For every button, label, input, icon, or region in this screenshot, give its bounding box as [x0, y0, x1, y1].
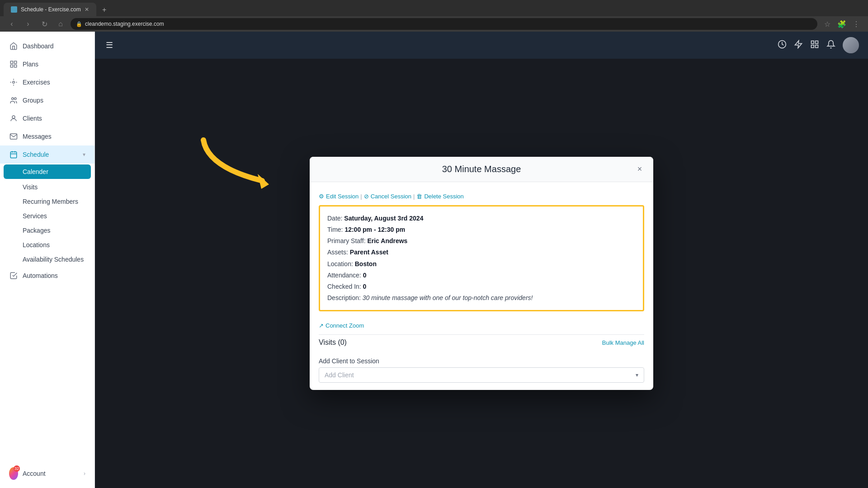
staff-value: Eric Andrews	[367, 237, 407, 244]
session-staff-line: Primary Staff: Eric Andrews	[327, 235, 636, 247]
schedule-chevron-icon: ▾	[83, 151, 85, 158]
time-label: Time:	[327, 226, 343, 233]
delete-icon: 🗑	[416, 193, 422, 200]
session-assets-line: Assets: Parent Asset	[327, 247, 636, 258]
sidebar-item-automations[interactable]: Automations	[0, 267, 94, 285]
main-content: 30 Minute Massage × ⚙ Edit Session | ⊘ C…	[95, 59, 868, 488]
attendance-label: Attendance:	[327, 272, 361, 279]
svg-rect-15	[816, 41, 818, 43]
sidebar-subnav-recurring-members[interactable]: Recurring Members	[0, 194, 94, 209]
sidebar-item-dashboard[interactable]: Dashboard	[0, 37, 94, 55]
session-description-line: Description: 30 minute massage with one …	[327, 292, 636, 304]
separator-2: |	[413, 193, 415, 200]
sidebar-subnav-services[interactable]: Services	[0, 209, 94, 223]
add-client-section: Add Client to Session Add Client ▾	[319, 357, 644, 383]
cancel-session-link[interactable]: Cancel Session	[371, 193, 411, 200]
delete-session-link[interactable]: Delete Session	[424, 193, 463, 200]
top-bar: ☰	[95, 32, 868, 59]
sidebar-item-messages[interactable]: Messages	[0, 127, 94, 145]
sidebar-item-plans[interactable]: Plans	[0, 55, 94, 73]
sidebar-automations-label: Automations	[23, 272, 85, 279]
forward-button[interactable]: ›	[22, 18, 34, 30]
description-label: Description:	[327, 294, 361, 301]
session-checkedin-line: Checked In: 0	[327, 281, 636, 292]
svg-point-6	[14, 98, 17, 100]
flash-icon[interactable]	[794, 40, 803, 51]
sidebar-account-label: Account	[23, 470, 79, 477]
session-date-line: Date: Saturday, August 3rd 2024	[327, 213, 636, 224]
separator-1: |	[360, 193, 362, 200]
edit-icon: ⚙	[319, 193, 324, 200]
add-client-placeholder: Add Client	[325, 371, 354, 379]
modal-close-button[interactable]: ×	[633, 163, 646, 175]
schedule-icon	[9, 150, 18, 159]
home-icon	[9, 42, 18, 51]
svg-rect-8	[10, 152, 17, 158]
svg-rect-17	[816, 45, 818, 47]
home-button[interactable]: ⌂	[54, 18, 67, 30]
sidebar-subnav-calender[interactable]: Calender	[4, 164, 91, 179]
schedule-subnav: Calender Visits Recurring Members Servic…	[0, 164, 94, 267]
session-info-box: Date: Saturday, August 3rd 2024 Time: 12…	[319, 205, 644, 312]
sidebar-clients-label: Clients	[23, 115, 85, 122]
tab-favicon	[11, 6, 17, 13]
time-value: 12:00 pm - 12:30 pm	[344, 226, 405, 233]
checked-in-value: 0	[363, 283, 367, 290]
session-time-line: Time: 12:00 pm - 12:30 pm	[327, 224, 636, 235]
dropdown-chevron-icon: ▾	[636, 372, 638, 378]
add-client-dropdown[interactable]: Add Client ▾	[319, 367, 644, 383]
hamburger-button[interactable]: ☰	[104, 38, 115, 52]
sidebar-item-groups[interactable]: Groups	[0, 91, 94, 109]
attendance-value: 0	[363, 272, 367, 279]
svg-rect-14	[811, 41, 814, 43]
sidebar-item-account[interactable]: 32 Account ›	[0, 465, 94, 483]
sidebar-plans-label: Plans	[23, 61, 85, 68]
groups-icon	[9, 96, 18, 105]
top-bar-icons	[778, 37, 859, 53]
sidebar-item-clients[interactable]: Clients	[0, 109, 94, 127]
assets-value: Parent Asset	[350, 249, 388, 256]
assets-label: Assets:	[327, 249, 348, 256]
sidebar-subnav-packages[interactable]: Packages	[0, 223, 94, 238]
menu-button[interactable]: ⋮	[850, 18, 863, 30]
back-button[interactable]: ‹	[5, 18, 18, 30]
session-actions-bar: ⚙ Edit Session | ⊘ Cancel Session | 🗑 De…	[319, 189, 644, 205]
toolbar-actions: ☆ 🧩 ⋮	[821, 18, 863, 30]
bulk-manage-link[interactable]: Bulk Manage All	[602, 339, 644, 346]
svg-point-4	[13, 81, 15, 84]
browser-toolbar: ‹ › ↻ ⌂ 🔒 cleandemo.staging.exercise.com…	[0, 16, 868, 32]
staff-label: Primary Staff:	[327, 237, 366, 244]
svg-rect-16	[811, 45, 814, 47]
session-attendance-line: Attendance: 0	[327, 270, 636, 281]
edit-session-link[interactable]: Edit Session	[326, 193, 359, 200]
bell-icon[interactable]	[826, 40, 835, 51]
visits-header: Visits (0) Bulk Manage All	[319, 334, 644, 350]
svg-marker-13	[795, 40, 802, 48]
sidebar-item-exercises[interactable]: Exercises	[0, 73, 94, 91]
bookmark-button[interactable]: ☆	[821, 18, 834, 30]
user-avatar[interactable]	[843, 37, 859, 53]
new-tab-button[interactable]: +	[98, 4, 111, 16]
sidebar-subnav-availability-schedules[interactable]: Availability Schedules	[0, 252, 94, 267]
active-tab[interactable]: Schedule - Exercise.com ✕	[4, 3, 96, 16]
reload-button[interactable]: ↻	[38, 18, 51, 30]
extensions-button[interactable]: 🧩	[835, 18, 848, 30]
grid-icon[interactable]	[810, 40, 819, 51]
svg-rect-2	[10, 65, 13, 67]
address-bar[interactable]: 🔒 cleandemo.staging.exercise.com	[71, 18, 817, 30]
tab-close-icon[interactable]: ✕	[85, 6, 89, 13]
sidebar-subnav-visits[interactable]: Visits	[0, 180, 94, 194]
connect-zoom-link[interactable]: ↗ Connect Zoom	[319, 319, 644, 333]
sidebar-subnav-locations[interactable]: Locations	[0, 238, 94, 252]
url-text: cleandemo.staging.exercise.com	[85, 21, 164, 27]
svg-rect-1	[14, 61, 17, 63]
sidebar-item-schedule[interactable]: Schedule ▾	[0, 145, 94, 164]
clock-icon[interactable]	[778, 40, 787, 51]
account-badge: 32	[14, 465, 20, 472]
sidebar-messages-label: Messages	[23, 133, 85, 140]
external-link-icon: ↗	[319, 322, 324, 329]
modal-header: 30 Minute Massage ×	[310, 157, 653, 182]
svg-rect-3	[14, 65, 17, 67]
session-location-line: Location: Boston	[327, 258, 636, 270]
top-bar-left: ☰	[104, 38, 115, 52]
